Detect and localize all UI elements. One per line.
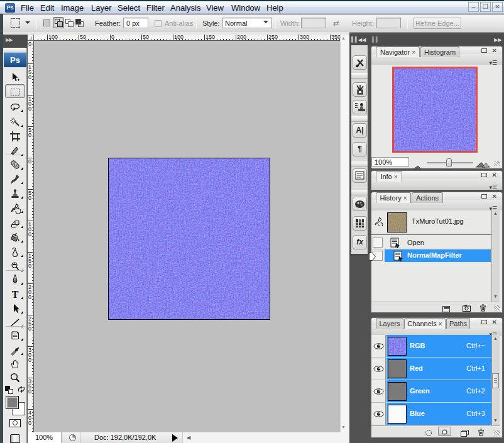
svg-text:T: T	[12, 289, 19, 300]
